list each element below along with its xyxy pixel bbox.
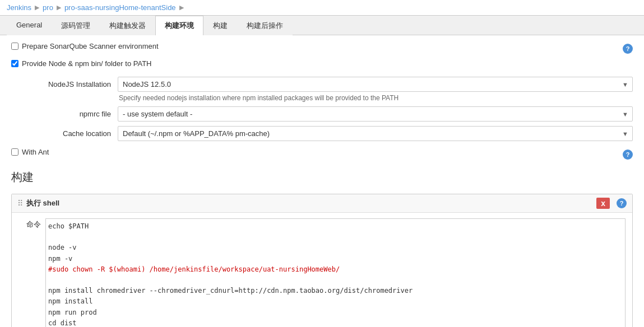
nodejs-installation-label: NodeJS Installation [28, 77, 118, 88]
with-ant-label: With Ant [22, 148, 49, 156]
prepare-sonar-help-icon[interactable]: ? [623, 44, 633, 54]
tab-post-build[interactable]: 构建后操作 [237, 16, 293, 35]
provide-node-label: Provide Node & npm bin/ folder to PATH [22, 59, 151, 68]
provide-node-checkbox[interactable] [11, 60, 18, 67]
shell-help-icon[interactable]: ? [617, 198, 627, 208]
nodejs-installation-select[interactable]: NodeJS 12.5.0 [118, 77, 633, 92]
shell-header-left: ⠿ 执行 shell [17, 198, 59, 208]
breadcrumb-pro[interactable]: pro [43, 3, 53, 12]
nodejs-installation-row: NodeJS Installation NodeJS 12.5.0 ▼ Spec… [28, 77, 633, 102]
npmrc-label: npmrc file [28, 106, 118, 118]
delete-shell-button[interactable]: x [596, 198, 610, 209]
cache-location-select-wrapper: Default (~/.npm or %APP_DATA% pm-cache) … [118, 126, 633, 141]
npmrc-select[interactable]: - use system default - [118, 106, 633, 122]
cmd-row: 命令 echo $PATH node -v npm -v #sudo chown… [18, 218, 626, 327]
code-textarea[interactable]: echo $PATH node -v npm -v #sudo chown -R… [45, 218, 626, 327]
npmrc-content: - use system default - ▼ [118, 106, 633, 122]
main-content: Prepare SonarQube Scanner environment ? … [0, 35, 644, 327]
breadcrumb-sep-1: ▶ [35, 4, 39, 11]
breadcrumb-sep-2: ▶ [57, 4, 61, 11]
with-ant-row: With Ant ? [11, 148, 633, 161]
npmrc-select-wrapper: - use system default - ▼ [118, 106, 633, 122]
breadcrumb-project[interactable]: pro-saas-nursingHome-tenantSide [64, 3, 176, 12]
cmd-label: 命令 [18, 218, 41, 230]
prepare-sonar-checkbox[interactable] [11, 43, 18, 50]
breadcrumb-jenkins[interactable]: Jenkins [7, 3, 31, 12]
breadcrumb-sep-3: ▶ [179, 4, 184, 11]
tab-general[interactable]: General [7, 16, 52, 35]
prepare-sonar-label: Prepare SonarQube Scanner environment [22, 42, 159, 50]
cache-location-content: Default (~/.npm or %APP_DATA% pm-cache) … [118, 126, 633, 141]
tab-build[interactable]: 构建 [203, 16, 237, 35]
cache-location-row: Cache location Default (~/.npm or %APP_D… [28, 126, 633, 141]
nodejs-hint: Specify needed nodejs installation where… [119, 94, 633, 102]
npmrc-row: npmrc file - use system default - ▼ [28, 106, 633, 122]
cache-location-label: Cache location [28, 126, 118, 138]
build-section-title: 构建 [11, 170, 633, 187]
tab-source[interactable]: 源码管理 [52, 16, 100, 35]
prepare-sonar-row: Prepare SonarQube Scanner environment ? [11, 42, 633, 55]
cache-location-select[interactable]: Default (~/.npm or %APP_DATA% pm-cache) [118, 126, 633, 141]
provide-node-row: Provide Node & npm bin/ folder to PATH [11, 59, 633, 72]
shell-title: 执行 shell [26, 198, 59, 208]
nodejs-select-wrapper: NodeJS 12.5.0 ▼ [118, 77, 633, 92]
with-ant-help-icon[interactable]: ? [623, 150, 633, 160]
breadcrumb: Jenkins ▶ pro ▶ pro-saas-nursingHome-ten… [0, 0, 644, 16]
tab-bar: General 源码管理 构建触发器 构建环境 构建 构建后操作 [0, 16, 644, 35]
drag-handle-icon[interactable]: ⠿ [17, 199, 23, 208]
shell-header-right: x ? [596, 198, 627, 209]
tab-triggers[interactable]: 构建触发器 [100, 16, 155, 35]
nodejs-installation-content: NodeJS 12.5.0 ▼ Specify needed nodejs in… [118, 77, 633, 102]
shell-block: ⠿ 执行 shell x ? 命令 echo $PATH node -v npm… [11, 194, 633, 327]
with-ant-checkbox[interactable] [11, 148, 18, 156]
shell-body: 命令 echo $PATH node -v npm -v #sudo chown… [12, 213, 632, 327]
tab-build-env[interactable]: 构建环境 [155, 16, 203, 35]
shell-header: ⠿ 执行 shell x ? [12, 194, 632, 213]
